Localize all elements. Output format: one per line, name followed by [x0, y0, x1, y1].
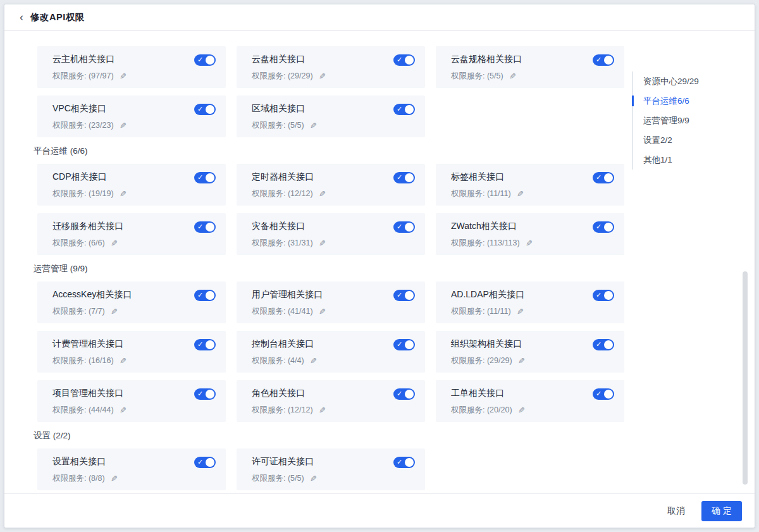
toggle-switch[interactable]: ✓: [593, 221, 614, 233]
api-permission-card: 定时器相关接口✓权限服务: (12/12)✎: [237, 164, 425, 206]
edit-pencil-icon[interactable]: ✎: [319, 307, 326, 316]
toggle-knob: [206, 340, 214, 349]
edit-pencil-icon[interactable]: ✎: [310, 474, 317, 483]
toggle-switch[interactable]: ✓: [393, 54, 415, 66]
edit-pencil-icon[interactable]: ✎: [319, 189, 326, 199]
toggle-switch[interactable]: ✓: [194, 388, 216, 400]
toggle-switch[interactable]: ✓: [593, 54, 614, 66]
toggle-knob: [405, 390, 414, 399]
edit-pencil-icon[interactable]: ✎: [111, 474, 118, 483]
edit-pencil-icon[interactable]: ✎: [310, 356, 317, 366]
toggle-switch[interactable]: ✓: [194, 457, 216, 468]
group-header: 设置 (2/2): [34, 430, 755, 442]
toggle-knob: [206, 291, 214, 300]
toggle-knob: [405, 56, 414, 65]
edit-pencil-icon[interactable]: ✎: [319, 405, 326, 415]
edit-pencil-icon[interactable]: ✎: [120, 189, 126, 199]
card-grid: 设置相关接口✓权限服务: (8/8)✎许可证相关接口✓权限服务: (5/5)✎: [37, 448, 755, 490]
toggle-knob: [405, 173, 414, 182]
toggle-switch[interactable]: ✓: [194, 54, 216, 66]
edit-pencil-icon[interactable]: ✎: [518, 405, 525, 415]
services-count-label: 权限服务: (7/7): [52, 306, 105, 317]
card-title: 控制台相关接口: [252, 338, 415, 350]
card-title: 迁移服务相关接口: [52, 221, 216, 232]
api-permission-card: CDP相关接口✓权限服务: (19/19)✎: [37, 164, 226, 206]
back-chevron-icon[interactable]: ‹: [20, 11, 23, 23]
toggle-switch[interactable]: ✓: [194, 172, 216, 183]
toggle-switch[interactable]: ✓: [393, 221, 415, 233]
cancel-button[interactable]: 取消: [667, 505, 685, 517]
toggle-switch[interactable]: ✓: [194, 339, 216, 350]
toggle-switch[interactable]: ✓: [393, 172, 415, 183]
card-title: 设置相关接口: [52, 456, 216, 467]
toggle-knob: [206, 173, 214, 182]
api-permission-card: 控制台相关接口✓权限服务: (4/4)✎: [237, 331, 425, 373]
api-permission-card: 标签相关接口✓权限服务: (11/11)✎: [436, 164, 624, 206]
toggle-switch[interactable]: ✓: [393, 457, 415, 468]
api-permission-card: VPC相关接口✓权限服务: (23/23)✎: [37, 96, 226, 137]
anchor-nav-item[interactable]: 运营管理9/9: [633, 111, 741, 130]
check-icon: ✓: [397, 223, 402, 230]
toggle-switch[interactable]: ✓: [393, 388, 415, 400]
anchor-nav-item[interactable]: 平台运维6/6: [633, 91, 741, 111]
api-permission-card: 灾备相关接口✓权限服务: (31/31)✎: [237, 213, 425, 255]
toggle-switch[interactable]: ✓: [593, 172, 614, 183]
check-icon: ✓: [596, 223, 602, 230]
edit-pencil-icon[interactable]: ✎: [111, 238, 118, 248]
card-title: 标签相关接口: [451, 171, 614, 183]
services-count-label: 权限服务: (12/12): [252, 405, 313, 416]
anchor-nav-item[interactable]: 资源中心29/29: [633, 71, 741, 91]
services-count-label: 权限服务: (29/29): [451, 356, 512, 366]
edit-pencil-icon[interactable]: ✎: [319, 238, 326, 248]
card-grid: CDP相关接口✓权限服务: (19/19)✎定时器相关接口✓权限服务: (12/…: [37, 164, 755, 255]
check-icon: ✓: [397, 459, 402, 466]
check-icon: ✓: [596, 390, 602, 397]
toggle-switch[interactable]: ✓: [393, 104, 415, 115]
edit-pencil-icon[interactable]: ✎: [120, 71, 126, 81]
check-icon: ✓: [397, 292, 402, 299]
edit-pencil-icon[interactable]: ✎: [120, 405, 126, 415]
anchor-nav-item[interactable]: 其他1/1: [633, 150, 741, 170]
edit-pencil-icon[interactable]: ✎: [526, 238, 533, 248]
edit-pencil-icon[interactable]: ✎: [310, 121, 317, 130]
edit-pencil-icon[interactable]: ✎: [111, 307, 118, 316]
check-icon: ✓: [197, 106, 203, 113]
card-title: 灾备相关接口: [252, 221, 415, 232]
card-title: ZWatch相关接口: [451, 221, 614, 232]
api-permission-card: 计费管理相关接口✓权限服务: (16/16)✎: [37, 331, 226, 373]
card-title: 项目管理相关接口: [52, 388, 216, 399]
toggle-switch[interactable]: ✓: [194, 104, 216, 115]
vertical-scrollbar-thumb[interactable]: [743, 271, 748, 485]
edit-pencil-icon[interactable]: ✎: [518, 356, 525, 366]
api-permission-card: 项目管理相关接口✓权限服务: (44/44)✎: [37, 380, 226, 422]
content-area: 云主机相关接口✓权限服务: (97/97)✎云盘相关接口✓权限服务: (29/2…: [4, 31, 755, 493]
toggle-knob: [206, 390, 214, 399]
check-icon: ✓: [197, 56, 203, 63]
toggle-switch[interactable]: ✓: [593, 339, 614, 350]
api-permission-card: 迁移服务相关接口✓权限服务: (6/6)✎: [37, 213, 226, 255]
services-count-label: 权限服务: (44/44): [52, 405, 114, 416]
toggle-switch[interactable]: ✓: [393, 290, 415, 301]
edit-pencil-icon[interactable]: ✎: [509, 71, 516, 81]
toggle-switch[interactable]: ✓: [593, 388, 614, 400]
check-icon: ✓: [397, 106, 402, 113]
services-count-label: 权限服务: (97/97): [52, 71, 114, 82]
services-count-label: 权限服务: (29/29): [252, 71, 313, 82]
anchor-nav-item[interactable]: 设置2/2: [633, 130, 741, 150]
card-grid: AccessKey相关接口✓权限服务: (7/7)✎用户管理相关接口✓权限服务:…: [37, 281, 755, 422]
edit-pencil-icon[interactable]: ✎: [319, 71, 326, 81]
toggle-knob: [604, 340, 613, 349]
edit-pencil-icon[interactable]: ✎: [517, 307, 524, 316]
modal-window: ‹ 修改API权限 云主机相关接口✓权限服务: (97/97)✎云盘相关接口✓权…: [4, 4, 755, 528]
edit-pencil-icon[interactable]: ✎: [120, 356, 126, 366]
toggle-switch[interactable]: ✓: [393, 339, 415, 350]
card-title: 组织架构相关接口: [451, 338, 614, 350]
card-title: 工单相关接口: [451, 388, 614, 399]
toggle-switch[interactable]: ✓: [194, 221, 216, 233]
edit-pencil-icon[interactable]: ✎: [120, 121, 126, 130]
api-permission-card: AccessKey相关接口✓权限服务: (7/7)✎: [37, 281, 226, 323]
toggle-switch[interactable]: ✓: [194, 290, 216, 301]
confirm-button[interactable]: 确定: [701, 501, 742, 521]
toggle-switch[interactable]: ✓: [593, 290, 614, 301]
edit-pencil-icon[interactable]: ✎: [517, 189, 524, 199]
